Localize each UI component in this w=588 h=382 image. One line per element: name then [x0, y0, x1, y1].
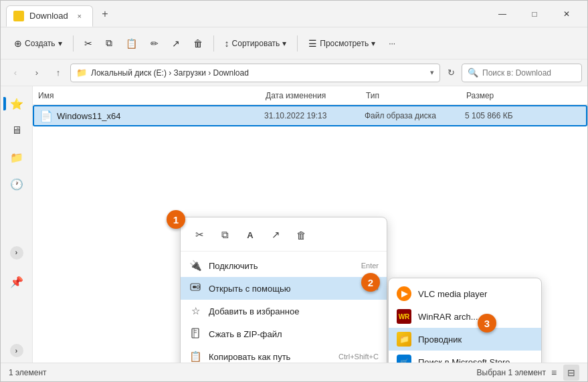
share-icon: ↗: [172, 38, 180, 49]
create-button[interactable]: ⊕ Создать ▾: [9, 32, 68, 55]
sidebar-item-star[interactable]: ⭐: [5, 92, 29, 116]
submenu: ▶ VLC media player WR WinRAR arch... 📁 П…: [388, 278, 542, 363]
sidebar-expand-bottom[interactable]: ›: [10, 344, 23, 357]
search-box[interactable]: 🔍: [462, 64, 582, 82]
tab-close-button[interactable]: ×: [74, 10, 86, 22]
new-tab-button[interactable]: +: [96, 5, 114, 23]
view-buttons: ≡ ⊟: [546, 365, 579, 381]
ctx-cut-button[interactable]: ✂: [189, 224, 210, 246]
submenu-explorer-label: Проводник: [418, 335, 462, 345]
up-button[interactable]: ↑: [49, 64, 68, 82]
column-headers: Имя Дата изменения Тип Размер: [33, 86, 587, 105]
ctx-connect-icon: 🔌: [189, 260, 202, 272]
submenu-vlc-label: VLC media player: [418, 289, 487, 299]
ctx-font-button[interactable]: A: [239, 224, 261, 246]
copy-button[interactable]: ⧉: [100, 32, 118, 55]
sort-button[interactable]: ↕ Сортировать ▾: [219, 32, 292, 55]
circle-1: 1: [167, 210, 185, 229]
circle-2: 2: [361, 273, 380, 292]
create-chevron: ▾: [58, 39, 62, 48]
circle-3: 3: [478, 314, 496, 332]
submenu-store-label: Поиск в Microsoft Store: [418, 357, 510, 363]
more-button[interactable]: ···: [383, 32, 401, 55]
list-view-button[interactable]: ≡: [546, 365, 562, 381]
sidebar-item-desktop[interactable]: 🖥: [5, 118, 29, 142]
window-controls: — □ ✕: [487, 4, 582, 24]
ctx-toolbar: ✂ ⧉ A ↗ 🗑: [181, 221, 387, 252]
paste-button[interactable]: 📋: [120, 32, 142, 55]
maximize-button[interactable]: □: [519, 4, 550, 24]
toolbar-sep-1: [73, 35, 74, 52]
address-chevron: ▾: [430, 68, 434, 77]
rename-button[interactable]: ✏: [145, 32, 164, 55]
active-accent: [3, 97, 6, 110]
address-bar[interactable]: 📁 Локальный диск (E:) › Загрузки › Downl…: [70, 64, 440, 82]
ctx-connect-label: Подключить: [209, 261, 355, 271]
sort-chevron: ▾: [282, 39, 286, 48]
ctx-connect-shortcut: Enter: [361, 262, 379, 270]
share-button[interactable]: ↗: [167, 32, 185, 55]
active-tab[interactable]: Download ×: [6, 5, 93, 27]
col-date-header: Дата изменения: [266, 91, 366, 100]
sidebar-star-icon: ⭐: [10, 98, 23, 110]
ctx-copy-button[interactable]: ⧉: [214, 224, 235, 246]
tab-title: Download: [29, 11, 68, 21]
forward-button[interactable]: ›: [27, 64, 46, 82]
detail-view-button[interactable]: ⊟: [563, 365, 579, 381]
file-name: Windows11_x64: [57, 111, 264, 121]
status-right: Выбран 1 элемент: [278, 368, 547, 377]
search-input[interactable]: [482, 68, 576, 78]
ctx-openwith-item[interactable]: Открыть с помощью ›: [181, 277, 387, 300]
sort-icon: ↕: [225, 38, 229, 49]
ctx-share-button[interactable]: ↗: [265, 224, 286, 246]
delete-button[interactable]: 🗑: [188, 32, 208, 55]
address-folder-icon: 📁: [76, 68, 87, 78]
cut-icon: ✂: [84, 38, 92, 49]
ctx-delete-button[interactable]: 🗑: [290, 224, 312, 246]
more-label: ···: [389, 39, 395, 48]
col-size-header: Размер: [466, 91, 494, 100]
title-bar: Download × + — □ ✕: [1, 1, 587, 27]
delete-icon: 🗑: [193, 38, 203, 49]
refresh-button[interactable]: ↻: [443, 65, 459, 81]
submenu-winrar-label: WinRAR arch...: [418, 312, 478, 322]
sidebar-expand-button[interactable]: ›: [10, 246, 23, 260]
ctx-connect-item[interactable]: 🔌 Подключить Enter: [181, 254, 387, 277]
nav-bar: ‹ › ↑ 📁 Локальный диск (E:) › Загрузки ›…: [1, 60, 587, 86]
sidebar-item-recent[interactable]: 🕐: [5, 172, 29, 196]
back-button[interactable]: ‹: [6, 64, 25, 82]
svg-point-2: [197, 286, 199, 288]
minimize-button[interactable]: —: [487, 4, 518, 24]
view-chevron: ▾: [371, 39, 375, 48]
ctx-favorites-item[interactable]: ☆ Добавить в избранное: [181, 300, 387, 322]
sidebar: ⭐ 🖥 📁 🕐 › 📌 ›: [1, 86, 33, 363]
rename-icon: ✏: [151, 38, 159, 49]
submenu-store-item[interactable]: 🛒 Поиск в Microsoft Store: [389, 351, 541, 363]
toolbar-sep-2: [213, 35, 214, 52]
submenu-explorer-item[interactable]: 📁 Проводник: [389, 328, 541, 351]
sidebar-folder-icon: 📁: [10, 151, 23, 164]
status-bar: 1 элемент Выбран 1 элемент ≡ ⊟: [1, 363, 587, 381]
view-button[interactable]: ☰ Просмотреть ▾: [303, 32, 381, 55]
ctx-zip-item[interactable]: Сжать в ZIP-файл: [181, 322, 387, 345]
sidebar-item-pin[interactable]: 📌: [5, 270, 29, 294]
file-item[interactable]: 📄 Windows11_x64 31.10.2022 19:13 Файл об…: [33, 105, 587, 126]
copy-icon: ⧉: [106, 37, 112, 49]
sidebar-item-folder[interactable]: 📁: [5, 145, 29, 169]
context-menu: ✂ ⧉ A ↗ 🗑 🔌 Подключить Enter: [180, 217, 387, 363]
ctx-openwith-icon: [189, 282, 202, 295]
submenu-vlc-item[interactable]: ▶ VLC media player: [389, 282, 541, 305]
submenu-winrar-item[interactable]: WR WinRAR arch...: [389, 305, 541, 328]
ctx-zip-label: Сжать в ZIP-файл: [209, 329, 379, 339]
toolbar: ⊕ Создать ▾ ✂ ⧉ 📋 ✏ ↗ 🗑 ↕ Сортировать ▾: [1, 27, 587, 60]
cut-button[interactable]: ✂: [79, 32, 98, 55]
svg-rect-1: [193, 286, 196, 288]
close-button[interactable]: ✕: [551, 4, 582, 24]
main-content: ⭐ 🖥 📁 🕐 › 📌 › Имя Дата изменения Т: [1, 86, 587, 363]
store-icon: 🛒: [397, 355, 411, 363]
ctx-favorites-icon: ☆: [189, 305, 202, 317]
sidebar-desktop-icon: 🖥: [11, 124, 22, 136]
paste-icon: 📋: [126, 38, 137, 49]
ctx-copypath-item[interactable]: 📋 Копировать как путь Ctrl+Shift+C: [181, 345, 387, 363]
ctx-zip-icon: [189, 328, 202, 341]
